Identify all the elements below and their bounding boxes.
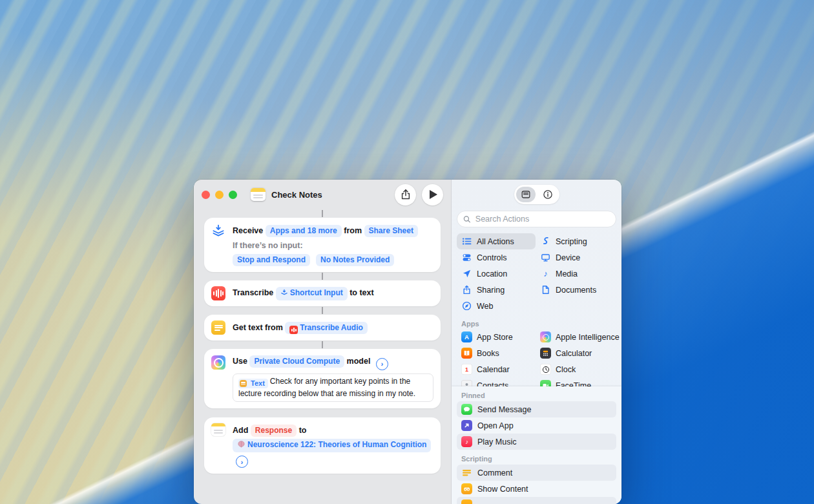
messages-icon: [461, 404, 472, 415]
transcribe-waveform-icon: [211, 286, 225, 300]
action-verb: Add: [233, 426, 248, 435]
connector-line: [322, 307, 323, 314]
share-button[interactable]: [395, 184, 416, 205]
display-icon: [540, 253, 551, 262]
chevron-circle-icon[interactable]: ›: [236, 456, 248, 468]
play-icon: [430, 190, 437, 199]
workflow-editor-pane: Check Notes: [194, 180, 451, 504]
action-suffix: model: [347, 357, 371, 366]
pinned-section-header: Pinned: [461, 392, 616, 399]
list-bullet-icon: [461, 236, 472, 246]
response-variable-token[interactable]: Response: [251, 425, 297, 437]
run-shortcut-button[interactable]: [422, 184, 443, 205]
scripting-comment[interactable]: Comment: [457, 465, 616, 481]
category-sharing[interactable]: Sharing: [457, 282, 536, 298]
music-play-icon: ♪: [461, 436, 472, 447]
action-card-get-text[interactable]: Get text from Transcribe Audio: [204, 315, 441, 341]
music-note-icon: ♪: [540, 269, 551, 278]
category-scripting[interactable]: Scripting: [536, 233, 616, 249]
category-documents[interactable]: Documents: [536, 282, 616, 298]
app-apple-intelligence[interactable]: Apple Intelligence: [536, 329, 621, 345]
search-icon: [463, 215, 471, 224]
action-card-use-model[interactable]: Use Private Cloud Compute model › TextCh…: [204, 349, 441, 408]
app-calculator[interactable]: Calculator: [536, 345, 621, 361]
action-connector: from: [344, 226, 362, 235]
shortcut-notes-icon: [251, 188, 266, 201]
compass-icon: [461, 301, 472, 311]
partial-action-icon: [461, 499, 472, 504]
close-button[interactable]: [202, 191, 210, 199]
list-item-partial[interactable]: [457, 497, 616, 504]
action-card-add-to-note[interactable]: Add Response to Neuroscience 122: Theori…: [204, 417, 441, 474]
chevron-circle-icon[interactable]: ›: [376, 358, 388, 370]
view-toggle: [514, 185, 559, 204]
workflow-canvas: Receive Apps and 18 more from Share Shee…: [194, 209, 451, 504]
pinned-play-music[interactable]: ♪ Play Music: [457, 434, 616, 450]
input-types-token[interactable]: Apps and 18 more: [266, 225, 342, 237]
text-variable-token[interactable]: Text: [238, 379, 268, 388]
action-verb: Receive: [233, 226, 263, 235]
show-content-eye-icon: [461, 483, 472, 494]
stop-and-respond-token[interactable]: Stop and Respond: [233, 254, 310, 266]
comment-lines-icon: [461, 467, 472, 478]
app-books[interactable]: Books: [457, 345, 536, 361]
no-input-condition-label: If there’s no input:: [233, 241, 433, 250]
category-web[interactable]: Web: [457, 298, 536, 314]
pinned-send-message[interactable]: Send Message: [457, 401, 616, 417]
transcribe-audio-token[interactable]: Transcribe Audio: [285, 322, 368, 335]
action-library-toggle[interactable]: [516, 187, 536, 202]
action-library-panel: All Actions Scripting Controls Device Lo…: [451, 180, 621, 504]
app-app-store[interactable]: A App Store: [457, 329, 536, 345]
model-token[interactable]: Private Cloud Compute: [249, 355, 344, 368]
info-toggle[interactable]: [538, 187, 558, 202]
action-suffix: to text: [350, 288, 374, 297]
location-arrow-icon: [461, 269, 472, 278]
share-sheet-mini-icon: [280, 288, 288, 300]
search-input[interactable]: [474, 214, 610, 224]
app-store-icon: A: [461, 331, 472, 342]
scripting-show-content[interactable]: Show Content: [457, 481, 616, 497]
action-verb: Transcribe: [233, 288, 273, 297]
no-notes-provided-token[interactable]: No Notes Provided: [316, 254, 394, 266]
category-media[interactable]: ♪ Media: [536, 266, 616, 282]
traffic-lights: [202, 191, 237, 199]
titlebar: Check Notes: [194, 180, 451, 209]
transcribe-mini-icon: [289, 326, 298, 334]
share-icon: [400, 189, 412, 200]
search-actions-field[interactable]: [457, 211, 616, 227]
scripting-curl-icon: [540, 236, 551, 246]
category-all-actions[interactable]: All Actions: [457, 233, 536, 249]
app-clock[interactable]: Clock: [536, 361, 621, 377]
action-prefix: Get text from: [233, 323, 283, 332]
text-lines-icon: [211, 320, 225, 335]
clock-icon: [540, 364, 551, 375]
shortcut-input-token[interactable]: Shortcut Input: [276, 287, 348, 300]
minimize-button[interactable]: [215, 191, 224, 199]
category-device[interactable]: Device: [536, 249, 616, 266]
pinned-open-app[interactable]: Open App: [457, 417, 616, 434]
action-verb: Use: [233, 357, 247, 366]
category-location[interactable]: Location: [457, 266, 536, 282]
pinned-sheet: Pinned Send Message Open App ♪ Play Musi…: [452, 386, 621, 504]
brain-icon: [237, 440, 245, 452]
apple-intelligence-icon: [540, 331, 551, 342]
note-token[interactable]: Neuroscience 122: Theories of Human Cogn…: [233, 439, 431, 452]
calculator-icon: [540, 348, 551, 359]
connector-line: [322, 210, 323, 217]
share-sheet-token[interactable]: Share Sheet: [364, 225, 418, 237]
calendar-icon: 1: [461, 364, 472, 375]
apps-section-header: Apps: [461, 320, 621, 328]
zoom-button[interactable]: [229, 191, 237, 199]
share-sheet-receive-icon: [211, 224, 225, 238]
open-app-arrow-icon: [461, 420, 472, 431]
action-connector: to: [299, 426, 307, 435]
category-controls[interactable]: Controls: [457, 249, 536, 266]
action-card-transcribe[interactable]: Transcribe Shortcut Input to text: [204, 280, 441, 306]
action-library-icon: [521, 189, 531, 200]
prompt-text-field[interactable]: TextCheck for any important key points i…: [233, 373, 433, 402]
category-grid: All Actions Scripting Controls Device Lo…: [452, 233, 621, 314]
document-icon: [540, 285, 551, 295]
action-card-receive[interactable]: Receive Apps and 18 more from Share Shee…: [204, 218, 441, 272]
app-calendar[interactable]: 1 Calendar: [457, 361, 536, 377]
desktop: Check Notes: [0, 0, 814, 504]
